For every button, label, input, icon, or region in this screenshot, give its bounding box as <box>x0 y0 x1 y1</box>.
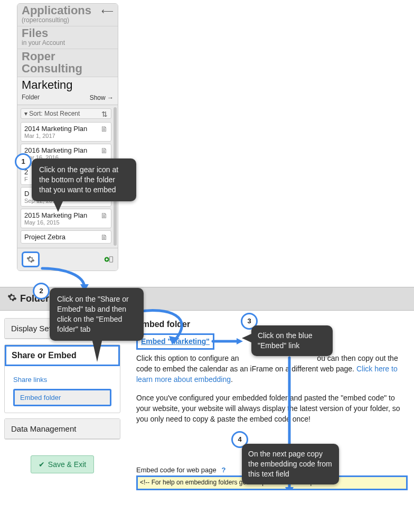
check-icon: ✔ <box>39 460 45 469</box>
add-document-button[interactable] <box>104 255 114 264</box>
document-icon: 🗎 <box>100 211 108 220</box>
save-exit-button[interactable]: ✔ Save & Exit <box>31 455 94 473</box>
document-icon: 🗎 <box>100 146 108 155</box>
folder-sidebar: ⟵ Applications (roperconsulting) Files i… <box>17 3 118 271</box>
crumb-roper[interactable]: Roper Consulting <box>17 49 118 77</box>
sort-arrow: ▾ <box>24 110 27 117</box>
callout-text: On the next page copy the embedding code… <box>248 450 332 478</box>
period: . <box>231 375 233 384</box>
code-label-text: Embed code for web page <box>136 466 217 474</box>
callout-text: Click on the blue "Embed" link <box>258 331 313 350</box>
item-title: Project Zebra <box>24 233 108 241</box>
crumb-sub: in your Account <box>22 39 114 46</box>
share-or-embed-tab[interactable]: Share or Embed <box>5 345 120 366</box>
svg-rect-1 <box>110 257 113 263</box>
settings-nav: Display Settings Share or Embed Share li… <box>4 318 120 490</box>
list-item[interactable]: 🗎2014 Marketing PlanMar 1, 2017 <box>21 122 111 142</box>
item-title: 2016 Marketing Plan <box>24 146 108 154</box>
sort-icon: ⇅ <box>101 110 108 118</box>
item-title: 2015 Marketing Plan <box>24 211 108 219</box>
sort-control[interactable]: ▾ Sort: Most Recent ⇅ <box>21 108 111 119</box>
embed-marketing-link[interactable]: Embed "Marketing" <box>141 337 210 346</box>
crumb-title: Files <box>22 27 114 39</box>
step-badge: 1 <box>15 153 32 170</box>
list-item[interactable]: 🗎2015 Marketing PlanMay 16, 2015 <box>21 209 111 228</box>
crumb-applications[interactable]: ⟵ Applications (roperconsulting) <box>17 4 118 26</box>
crumb-files[interactable]: Files in your Account <box>17 26 118 49</box>
callout-2: 2 Click on the "Share or Embed" tab and … <box>50 288 144 341</box>
callout-4: On the next page copy the embedding code… <box>242 444 339 484</box>
gear-button[interactable] <box>22 251 40 267</box>
show-link[interactable]: Show → <box>90 94 114 101</box>
document-icon: 🗎 <box>100 233 108 241</box>
embed-folder-tab[interactable]: Embed folder <box>13 389 111 406</box>
save-label: Save & Exit <box>48 460 86 469</box>
sort-label: Sort: Most Recent <box>29 110 80 117</box>
pane-data[interactable]: Data Management <box>4 418 120 440</box>
current-folder-header: Marketing Folder Show → <box>17 77 118 105</box>
item-date: Mar 1, 2017 <box>24 133 108 139</box>
back-arrow-icon[interactable]: ⟵ <box>101 6 114 16</box>
gear-icon <box>7 293 17 305</box>
data-management-tab[interactable]: Data Management <box>5 419 120 439</box>
callout-1: 1 Click on the gear icon at the bottom o… <box>32 158 136 201</box>
item-date: May 16, 2015 <box>24 219 108 226</box>
callout-text: Click on the gear icon at the bottom of … <box>39 165 118 194</box>
gear-icon <box>26 255 35 264</box>
crumb-title: Applications <box>22 5 114 16</box>
panel-body: Click this option to configure an xxxxxx… <box>136 353 408 425</box>
folder-footer <box>17 248 118 270</box>
item-title: 2014 Marketing Plan <box>24 125 108 133</box>
callout-text: Click on the "Share or Embed" tab and th… <box>57 295 129 333</box>
share-links-link[interactable]: Share links <box>13 372 111 387</box>
body-text-a: Click this option to configure an <box>136 354 239 362</box>
body-text-2: Once you've configured your embedded fol… <box>136 393 408 425</box>
list-item[interactable]: 🗎Project Zebra <box>21 230 111 244</box>
pane-share: Share or Embed Share links Embed folder <box>4 344 120 413</box>
crumb-sub: (roperconsulting) <box>22 16 114 24</box>
plus-icon <box>104 255 114 264</box>
crumb-title: Roper Consulting <box>22 50 114 74</box>
embed-folder-link[interactable]: Embed folder <box>20 394 105 402</box>
folder-title: Marketing <box>22 78 114 92</box>
document-icon: 🗎 <box>100 125 108 133</box>
step-badge: 2 <box>33 283 50 300</box>
folder-sublabel: Folder <box>22 94 40 101</box>
embed-folder-panel: Embed folder Embed "Marketing" Click thi… <box>136 318 414 490</box>
help-icon[interactable]: ? <box>221 466 225 474</box>
callout-3: Click on the blue "Embed" link <box>251 325 333 356</box>
